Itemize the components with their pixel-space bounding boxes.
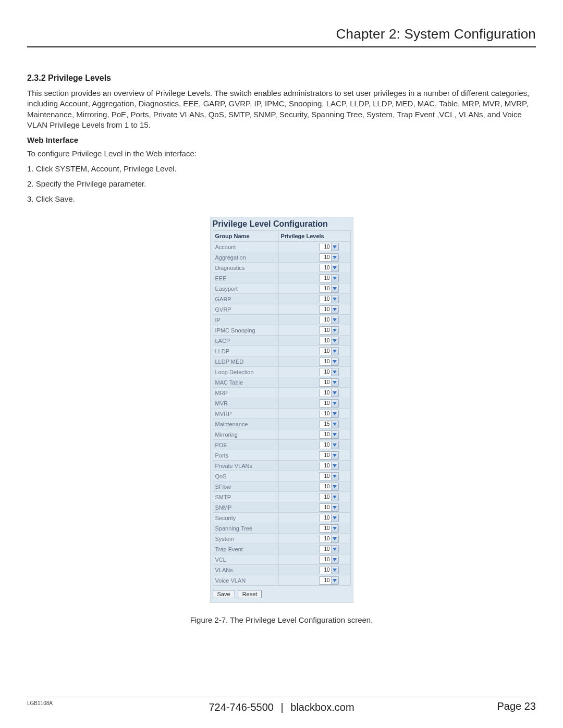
privilege-level-value: 10 <box>323 379 331 385</box>
group-name-cell: Account <box>213 242 278 252</box>
privilege-level-select[interactable]: 10 <box>319 483 339 491</box>
group-name-cell: Spanning Tree <box>213 523 278 534</box>
privilege-level-select[interactable]: 10 <box>319 295 339 303</box>
privilege-level-select[interactable]: 10 <box>319 503 339 512</box>
table-row: VCL10 <box>213 554 350 565</box>
page-footer: LGB1108A 724-746-5500 | blackbox.com Pag… <box>27 697 536 712</box>
privilege-level-select[interactable]: 10 <box>319 566 339 574</box>
privilege-level-value: 10 <box>323 577 331 583</box>
web-interface-intro: To configure Privilege Level in the Web … <box>27 149 536 159</box>
privilege-level-select[interactable]: 10 <box>319 347 339 355</box>
privilege-level-select[interactable]: 10 <box>319 556 339 564</box>
table-row: IP10 <box>213 315 350 325</box>
chevron-down-icon <box>331 285 338 292</box>
privilege-level-value: 10 <box>323 473 331 479</box>
privilege-level-cell: 10 <box>278 294 350 304</box>
privilege-level-cell: 10 <box>278 283 350 294</box>
privilege-level-select[interactable]: 10 <box>319 441 339 449</box>
chevron-down-icon <box>331 327 338 334</box>
chevron-down-icon <box>331 368 338 376</box>
privilege-level-select[interactable]: 15 <box>319 420 339 428</box>
table-row: MRP10 <box>213 388 350 398</box>
table-row: Voice VLAN10 <box>213 575 350 586</box>
chevron-down-icon <box>331 306 338 313</box>
group-name-cell: Diagnostics <box>213 263 278 273</box>
privilege-level-value: 10 <box>323 484 331 489</box>
privilege-level-select[interactable]: 10 <box>319 326 339 335</box>
privilege-level-select[interactable]: 10 <box>319 545 339 553</box>
privilege-level-select[interactable]: 10 <box>319 389 339 397</box>
privilege-level-select[interactable]: 10 <box>319 472 339 480</box>
chevron-down-icon <box>331 243 338 251</box>
privilege-level-select[interactable]: 10 <box>319 368 339 376</box>
chevron-down-icon <box>331 556 338 563</box>
step-1: 1. Click SYSTEM, Account, Privilege Leve… <box>27 164 536 173</box>
privilege-level-value: 10 <box>323 338 331 343</box>
privilege-table: Group Name Privilege Levels Account10Agg… <box>213 230 351 586</box>
group-name-cell: Mirroring <box>213 429 278 440</box>
privilege-level-select[interactable]: 10 <box>319 285 339 293</box>
group-name-cell: MVR <box>213 398 278 409</box>
table-row: System10 <box>213 534 350 544</box>
chapter-title: Chapter 2: System Configuration <box>27 26 536 47</box>
group-name-cell: Trap Event <box>213 544 278 554</box>
table-row: SFlow10 <box>213 482 350 492</box>
privilege-level-select[interactable]: 10 <box>319 430 339 439</box>
privilege-level-select[interactable]: 10 <box>319 357 339 366</box>
chevron-down-icon <box>331 546 338 553</box>
privilege-level-select[interactable]: 10 <box>319 243 339 251</box>
privilege-level-cell: 10 <box>278 367 350 377</box>
chevron-down-icon <box>331 337 338 344</box>
group-name-cell: MVRP <box>213 409 278 419</box>
privilege-level-cell: 10 <box>278 315 350 325</box>
privilege-level-value: 10 <box>323 390 331 396</box>
group-name-cell: SMTP <box>213 492 278 502</box>
chevron-down-icon <box>331 473 338 480</box>
table-row: Aggregation10 <box>213 252 350 263</box>
privilege-level-cell: 10 <box>278 565 350 575</box>
privilege-level-select[interactable]: 10 <box>319 316 339 324</box>
step-2: 2. Specify the Privilege parameter. <box>27 179 536 188</box>
group-name-cell: POE <box>213 440 278 450</box>
group-name-cell: System <box>213 534 278 544</box>
table-row: Mirroring10 <box>213 429 350 440</box>
chevron-down-icon <box>331 431 338 438</box>
privilege-level-select[interactable]: 10 <box>319 378 339 387</box>
group-name-cell: Voice VLAN <box>213 575 278 586</box>
privilege-level-select[interactable]: 10 <box>319 524 339 533</box>
privilege-level-value: 15 <box>323 421 331 427</box>
privilege-level-select[interactable]: 10 <box>319 337 339 345</box>
group-name-cell: LLDP MED <box>213 356 278 367</box>
privilege-level-cell: 10 <box>278 388 350 398</box>
overview-paragraph: This section provides an overview of Pri… <box>27 88 536 130</box>
chevron-down-icon <box>331 441 338 449</box>
privilege-level-select[interactable]: 10 <box>319 493 339 501</box>
privilege-level-select[interactable]: 10 <box>319 462 339 470</box>
table-row: IPMC Snooping10 <box>213 325 350 336</box>
privilege-level-cell: 10 <box>278 356 350 367</box>
group-name-cell: LACP <box>213 336 278 346</box>
privilege-level-select[interactable]: 10 <box>319 451 339 460</box>
reset-button[interactable]: Reset <box>238 590 262 598</box>
privilege-level-value: 10 <box>323 546 331 552</box>
privilege-level-cell: 10 <box>278 534 350 544</box>
privilege-level-value: 10 <box>323 557 331 562</box>
save-button[interactable]: Save <box>213 590 235 598</box>
privilege-level-value: 10 <box>323 369 331 375</box>
privilege-level-select[interactable]: 10 <box>319 514 339 522</box>
privilege-level-select[interactable]: 10 <box>319 264 339 272</box>
col-group-name: Group Name <box>213 231 278 242</box>
chevron-down-icon <box>331 493 338 501</box>
privilege-level-select[interactable]: 10 <box>319 253 339 262</box>
step-3: 3. Click Save. <box>27 194 536 203</box>
table-row: EEE10 <box>213 273 350 283</box>
privilege-level-select[interactable]: 10 <box>319 305 339 314</box>
privilege-level-select[interactable]: 10 <box>319 576 339 585</box>
privilege-level-select[interactable]: 10 <box>319 399 339 408</box>
privilege-level-select[interactable]: 10 <box>319 410 339 418</box>
privilege-level-value: 10 <box>323 317 331 323</box>
privilege-level-cell: 10 <box>278 409 350 419</box>
privilege-level-select[interactable]: 10 <box>319 274 339 282</box>
privilege-level-cell: 10 <box>278 450 350 461</box>
privilege-level-select[interactable]: 10 <box>319 535 339 543</box>
